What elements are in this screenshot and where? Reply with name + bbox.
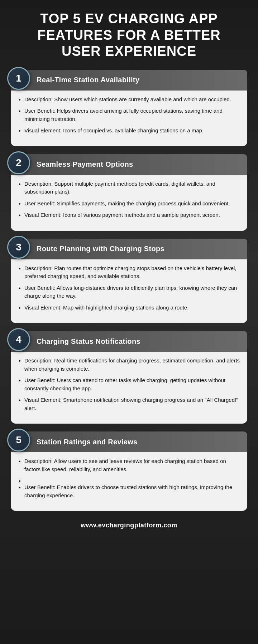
- card-title-2: Seamless Payment Options: [37, 160, 133, 169]
- number-badge-5: 5: [7, 429, 30, 452]
- bullet-item-3-0: Description: Plan routes that optimize c…: [18, 264, 240, 280]
- bullet-item-4-0: Description: Real-time notifications for…: [18, 357, 240, 373]
- bullet-item-2-1: User Benefit: Simplifies payments, makin…: [18, 200, 240, 208]
- feature-card-5: 5Station Ratings and ReviewsDescription:…: [11, 431, 247, 511]
- spacer-5-1: [18, 477, 240, 480]
- bullet-item-1-2: Visual Element: Icons of occupied vs. av…: [18, 127, 240, 135]
- bullet-item-3-1: User Benefit: Allows long-distance drive…: [18, 284, 240, 300]
- page-title: TOP 5 EV CHARGING APP FEATURES FOR A BET…: [37, 11, 220, 60]
- card-title-4: Charging Status Notifications: [37, 337, 140, 346]
- bullet-item-3-2: Visual Element: Map with highlighted cha…: [18, 304, 240, 312]
- card-title-3: Route Planning with Charging Stops: [37, 245, 164, 253]
- bullet-item-5-0: Description: Allow users to see and leav…: [18, 457, 240, 473]
- number-badge-3: 3: [7, 236, 30, 259]
- features-list: 1Real-Time Station AvailabilityDescripti…: [11, 70, 247, 519]
- footer-url: www.evchargingplatform.com: [81, 522, 177, 533]
- feature-card-4: 4Charging Status NotificationsDescriptio…: [11, 331, 247, 424]
- number-badge-4: 4: [7, 328, 30, 351]
- card-title-1: Real-Time Station Availability: [37, 76, 139, 84]
- number-badge-1: 1: [7, 67, 30, 90]
- feature-card-3: 3Route Planning with Charging StopsDescr…: [11, 239, 247, 323]
- bullet-item-2-2: Visual Element: Icons of various payment…: [18, 211, 240, 219]
- bullet-item-4-1: User Benefit: Users can attend to other …: [18, 376, 240, 392]
- bullet-item-4-2: Visual Element: Smartphone notification …: [18, 396, 240, 412]
- feature-card-2: 2Seamless Payment OptionsDescription: Su…: [11, 154, 247, 231]
- feature-card-1: 1Real-Time Station AvailabilityDescripti…: [11, 70, 247, 146]
- bullet-item-5-2: User Benefit: Enables drivers to choose …: [18, 483, 240, 499]
- bullet-item-2-0: Description: Support multiple payment me…: [18, 180, 240, 196]
- bullet-item-1-1: User Benefit: Helps drivers avoid arrivi…: [18, 107, 240, 123]
- bullet-item-1-0: Description: Show users which stations a…: [18, 96, 240, 104]
- card-title-5: Station Ratings and Reviews: [37, 438, 138, 446]
- number-badge-2: 2: [7, 151, 30, 174]
